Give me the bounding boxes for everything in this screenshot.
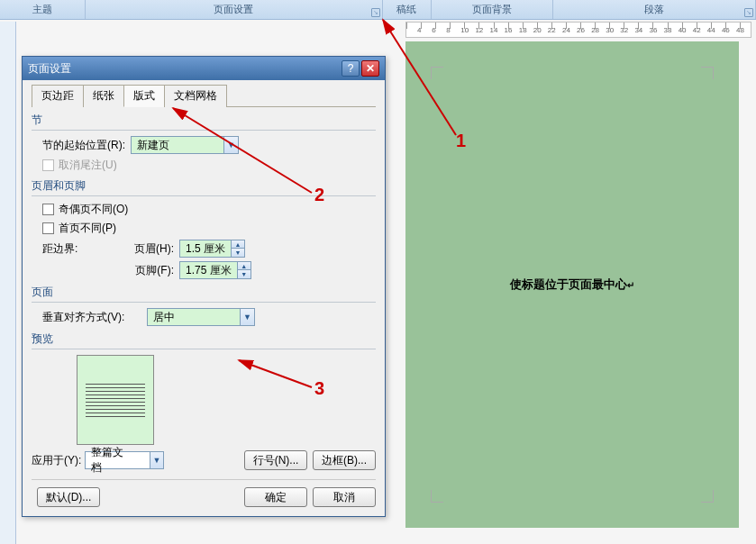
help-button[interactable]: ? <box>342 60 360 77</box>
header-distance-spinner[interactable]: 1.5 厘米 ▲▼ <box>179 240 245 258</box>
spin-down-icon[interactable]: ▼ <box>238 270 250 278</box>
document-page[interactable]: 使标题位于页面最中心↵ <box>405 41 739 528</box>
section-start-combo[interactable]: 新建页▼ <box>131 136 239 154</box>
dialog-launcher-icon[interactable]: ↘ <box>744 8 753 17</box>
ribbon-group-主题[interactable]: 主题 <box>0 0 86 19</box>
ribbon-group-页面背景[interactable]: 页面背景 <box>432 0 553 19</box>
cancel-button[interactable]: 取消 <box>313 487 376 507</box>
annotation-3: 3 <box>314 378 324 399</box>
tab-文档网格[interactable]: 文档网格 <box>164 85 227 107</box>
borders-button[interactable]: 边框(B)... <box>313 450 376 470</box>
ribbon: 主题页面设置↘稿纸页面背景段落↘ <box>0 0 756 20</box>
annotation-2: 2 <box>314 185 324 205</box>
header-distance-label: 页眉(H): <box>120 241 174 257</box>
apply-to-combo[interactable]: 整篇文档▼ <box>85 451 164 469</box>
spin-down-icon[interactable]: ▼ <box>232 249 244 257</box>
crop-mark <box>701 67 714 79</box>
tab-页边距[interactable]: 页边距 <box>32 85 84 107</box>
line-numbers-button[interactable]: 行号(N)... <box>244 450 307 470</box>
suppress-endnotes-label: 取消尾注(U) <box>59 158 117 173</box>
preview-group-label: 预览 <box>32 331 376 347</box>
first-page-diff-label: 首页不同(P) <box>59 221 116 236</box>
preview-thumbnail <box>77 355 154 445</box>
suppress-endnotes-checkbox <box>42 159 54 171</box>
odd-even-checkbox[interactable] <box>42 204 54 215</box>
spin-up-icon[interactable]: ▲ <box>232 240 244 249</box>
dialog-title-text: 页面设置 <box>28 61 71 77</box>
section-start-label: 节的起始位置(R): <box>42 138 125 153</box>
section-group-label: 节 <box>32 113 376 128</box>
dialog-titlebar[interactable]: 页面设置 ? ✕ <box>23 57 385 80</box>
spin-up-icon[interactable]: ▲ <box>238 262 250 270</box>
ok-button[interactable]: 确定 <box>244 487 307 507</box>
annotation-1: 1 <box>456 131 466 151</box>
chevron-down-icon[interactable]: ▼ <box>240 309 254 325</box>
ribbon-group-稿纸[interactable]: 稿纸 <box>383 0 433 19</box>
valign-combo[interactable]: 居中▼ <box>147 308 255 326</box>
horizontal-ruler: 2468101214161820222426283032343638404244… <box>405 22 751 38</box>
chevron-down-icon[interactable]: ▼ <box>150 452 164 468</box>
page-center-text: 使标题位于页面最中心↵ <box>510 277 634 293</box>
tab-纸张[interactable]: 纸张 <box>83 85 124 107</box>
apply-to-label: 应用于(Y): <box>32 453 81 468</box>
crop-mark <box>701 490 714 503</box>
valign-label: 垂直对齐方式(V): <box>42 310 141 325</box>
footer-distance-spinner[interactable]: 1.75 厘米 ▲▼ <box>179 261 251 279</box>
page-setup-dialog: 页面设置 ? ✕ 页边距纸张版式文档网格 节 节的起始位置(R): 新建页▼ 取… <box>22 56 386 517</box>
distance-label: 距边界: <box>42 241 114 257</box>
odd-even-label: 奇偶页不同(O) <box>59 202 128 217</box>
first-page-diff-checkbox[interactable] <box>42 222 54 234</box>
footer-distance-label: 页脚(F): <box>120 263 174 278</box>
close-button[interactable]: ✕ <box>361 60 379 77</box>
dialog-launcher-icon[interactable]: ↘ <box>371 8 380 17</box>
page-group-label: 页面 <box>32 285 376 300</box>
ribbon-group-页面设置[interactable]: 页面设置↘ <box>86 0 383 19</box>
tab-版式[interactable]: 版式 <box>123 85 165 107</box>
ribbon-group-段落[interactable]: 段落↘ <box>553 0 756 19</box>
crop-mark <box>431 67 443 79</box>
default-button[interactable]: 默认(D)... <box>37 487 100 507</box>
vertical-ruler <box>0 22 16 544</box>
dialog-tabs: 页边距纸张版式文档网格 <box>32 84 376 107</box>
chevron-down-icon[interactable]: ▼ <box>223 137 238 153</box>
crop-mark <box>431 490 443 503</box>
